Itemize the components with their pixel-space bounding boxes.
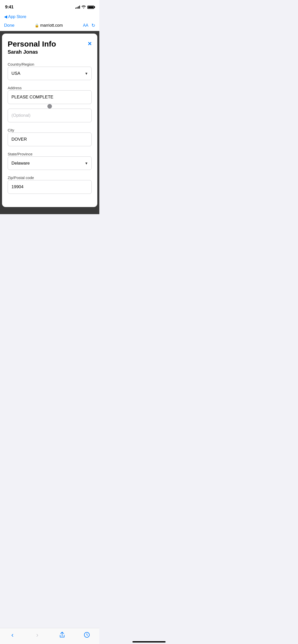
country-label: Country/Region: [8, 62, 34, 66]
country-field-group: Country/Region USA ▼: [8, 62, 92, 80]
back-label[interactable]: App Store: [8, 14, 26, 19]
state-select-wrapper[interactable]: Delaware ▼: [8, 156, 92, 170]
state-select[interactable]: Delaware: [8, 156, 92, 170]
city-input[interactable]: [8, 133, 92, 146]
address-label: Address: [8, 86, 22, 90]
state-field-group: State/Province Delaware ▼: [8, 152, 92, 170]
signal-icon: [75, 6, 80, 9]
address-input-2[interactable]: [8, 109, 92, 122]
modal-header: Personal Info ×: [8, 40, 92, 48]
done-button[interactable]: Done: [4, 23, 15, 28]
toolbar-right: AA ↻: [83, 23, 95, 28]
reload-button[interactable]: ↻: [91, 23, 95, 28]
close-button[interactable]: ×: [88, 40, 92, 47]
address-dot-separator: [8, 104, 92, 109]
state-label: State/Province: [8, 152, 33, 156]
lock-icon: 🔒: [35, 23, 39, 27]
status-icons: [75, 5, 94, 9]
zip-input[interactable]: [8, 180, 92, 194]
modal-title: Personal Info: [8, 40, 56, 48]
battery-icon: [87, 6, 94, 9]
country-select-wrapper[interactable]: USA ▼: [8, 67, 92, 80]
text-size-button[interactable]: AA: [83, 23, 88, 28]
status-bar: 9:41: [0, 0, 99, 12]
back-bar[interactable]: ◀ App Store: [0, 12, 99, 21]
city-field-group: City: [8, 128, 92, 146]
address-field-group: Address: [8, 86, 92, 122]
personal-info-modal: Personal Info × Sarah Jonas Country/Regi…: [2, 34, 97, 207]
url-text: marriott.com: [40, 23, 63, 28]
browser-toolbar: Done 🔒 marriott.com AA ↻: [0, 21, 99, 31]
user-name: Sarah Jonas: [8, 49, 92, 55]
separator-dot-icon: [47, 104, 52, 109]
zip-field-group: Zip/Postal code: [8, 175, 92, 194]
status-time: 9:41: [5, 5, 13, 10]
zip-label: Zip/Postal code: [8, 175, 34, 180]
wifi-icon: [82, 5, 86, 9]
country-select[interactable]: USA: [8, 67, 92, 80]
url-bar[interactable]: 🔒 marriott.com: [35, 23, 63, 28]
address-input-1[interactable]: [8, 90, 92, 104]
page-background: Personal Info × Sarah Jonas Country/Regi…: [0, 31, 99, 214]
address-wrapper: [8, 90, 92, 122]
city-label: City: [8, 128, 14, 132]
back-arrow-icon: ◀: [4, 14, 7, 19]
